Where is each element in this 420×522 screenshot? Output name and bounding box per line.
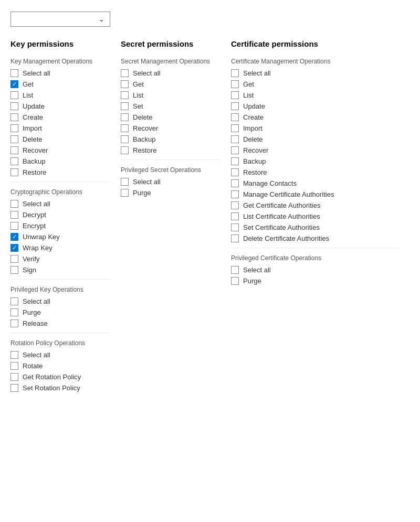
checkbox-cm-selectall[interactable] [231, 69, 239, 77]
checkbox-item-cm-deleteca[interactable]: Delete Certificate Authorities [231, 235, 399, 242]
checkbox-cr-encrypt[interactable] [10, 222, 18, 230]
checkbox-cm-get[interactable] [231, 80, 239, 88]
checkbox-item-km-restore[interactable]: Restore [10, 168, 110, 176]
checkbox-cm-setca[interactable] [231, 223, 239, 231]
checkbox-item-km-delete[interactable]: Delete [10, 135, 110, 143]
checkbox-item-sm-list[interactable]: List [121, 91, 220, 99]
checkbox-cm-backup[interactable] [231, 157, 239, 165]
checkbox-cm-getca[interactable] [231, 201, 239, 209]
checkbox-cr-decrypt[interactable] [10, 211, 18, 219]
checkbox-item-pk-purge[interactable]: Purge [10, 308, 110, 316]
checkbox-item-cr-encrypt[interactable]: Encrypt [10, 222, 110, 230]
checkbox-item-pc-selectall[interactable]: Select all [231, 266, 399, 274]
checkbox-cm-import[interactable] [231, 124, 239, 132]
template-dropdown[interactable]: ⌄ [10, 12, 110, 27]
checkbox-km-recover[interactable] [10, 146, 18, 154]
checkbox-item-km-list[interactable]: List [10, 91, 110, 99]
checkbox-item-pc-purge[interactable]: Purge [231, 277, 399, 285]
checkbox-cm-managecontacts[interactable] [231, 179, 239, 187]
checkbox-item-cr-decrypt[interactable]: Decrypt [10, 211, 110, 219]
checkbox-sm-list[interactable] [121, 91, 129, 99]
checkbox-item-cr-verify[interactable]: Verify [10, 255, 110, 263]
checkbox-item-cm-restore[interactable]: Restore [231, 168, 399, 176]
checkbox-item-ps-purge[interactable]: Purge [121, 189, 220, 197]
checkbox-item-pk-selectall[interactable]: Select all [10, 297, 110, 305]
checkbox-item-km-import[interactable]: Import [10, 124, 110, 132]
checkbox-item-cm-create[interactable]: Create [231, 113, 399, 121]
checkbox-km-selectall[interactable] [10, 69, 18, 77]
checkbox-cm-manageca[interactable] [231, 190, 239, 198]
checkbox-item-sm-delete[interactable]: Delete [121, 113, 220, 121]
checkbox-km-import[interactable] [10, 124, 18, 132]
checkbox-cm-listca[interactable] [231, 212, 239, 220]
checkbox-pc-selectall[interactable] [231, 266, 239, 274]
checkbox-cm-restore[interactable] [231, 168, 239, 176]
checkbox-km-create[interactable] [10, 113, 18, 121]
checkbox-item-cm-managecontacts[interactable]: Manage Contacts [231, 179, 399, 187]
checkbox-cr-unwrapkey[interactable] [10, 233, 18, 241]
checkbox-item-rp-getpolicy[interactable]: Get Rotation Policy [10, 373, 110, 381]
checkbox-item-sm-backup[interactable]: Backup [121, 135, 220, 143]
checkbox-ps-selectall[interactable] [121, 178, 129, 186]
checkbox-cr-selectall[interactable] [10, 200, 18, 208]
checkbox-item-km-selectall[interactable]: Select all [10, 69, 110, 77]
checkbox-item-cm-import[interactable]: Import [231, 124, 399, 132]
checkbox-item-km-backup[interactable]: Backup [10, 157, 110, 165]
checkbox-item-cm-manageca[interactable]: Manage Certificate Authorities [231, 190, 399, 198]
checkbox-rp-selectall[interactable] [10, 351, 18, 359]
checkbox-item-cm-getca[interactable]: Get Certificate Authorities [231, 201, 399, 209]
checkbox-item-km-recover[interactable]: Recover [10, 146, 110, 154]
checkbox-item-cm-setca[interactable]: Set Certificate Authorities [231, 223, 399, 231]
checkbox-item-cr-wrapkey[interactable]: Wrap Key [10, 244, 110, 252]
checkbox-item-ps-selectall[interactable]: Select all [121, 178, 220, 186]
checkbox-item-km-update[interactable]: Update [10, 102, 110, 110]
checkbox-item-pk-release[interactable]: Release [10, 319, 110, 327]
checkbox-rp-getpolicy[interactable] [10, 373, 18, 381]
checkbox-item-cm-backup[interactable]: Backup [231, 157, 399, 165]
checkbox-sm-restore[interactable] [121, 146, 129, 154]
checkbox-pk-purge[interactable] [10, 308, 18, 316]
checkbox-sm-backup[interactable] [121, 135, 129, 143]
checkbox-km-get[interactable] [10, 80, 18, 88]
checkbox-cm-update[interactable] [231, 102, 239, 110]
checkbox-cr-wrapkey[interactable] [10, 244, 18, 252]
checkbox-cm-deleteca[interactable] [231, 235, 239, 242]
checkbox-cm-recover[interactable] [231, 146, 239, 154]
checkbox-item-cr-sign[interactable]: Sign [10, 266, 110, 274]
checkbox-item-cm-list[interactable]: List [231, 91, 399, 99]
checkbox-item-sm-get[interactable]: Get [121, 80, 220, 88]
checkbox-item-sm-restore[interactable]: Restore [121, 146, 220, 154]
checkbox-item-cr-selectall[interactable]: Select all [10, 200, 110, 208]
checkbox-item-cm-listca[interactable]: List Certificate Authorities [231, 212, 399, 220]
checkbox-item-cm-selectall[interactable]: Select all [231, 69, 399, 77]
checkbox-sm-get[interactable] [121, 80, 129, 88]
checkbox-item-km-get[interactable]: Get [10, 80, 110, 88]
checkbox-item-rp-selectall[interactable]: Select all [10, 351, 110, 359]
checkbox-cr-sign[interactable] [10, 266, 18, 274]
checkbox-cm-create[interactable] [231, 113, 239, 121]
checkbox-ps-purge[interactable] [121, 189, 129, 197]
checkbox-km-backup[interactable] [10, 157, 18, 165]
checkbox-item-sm-selectall[interactable]: Select all [121, 69, 220, 77]
checkbox-km-update[interactable] [10, 102, 18, 110]
checkbox-km-restore[interactable] [10, 168, 18, 176]
checkbox-rp-rotate[interactable] [10, 362, 18, 370]
checkbox-rp-setpolicy[interactable] [10, 384, 18, 392]
checkbox-item-cm-update[interactable]: Update [231, 102, 399, 110]
checkbox-sm-delete[interactable] [121, 113, 129, 121]
checkbox-km-delete[interactable] [10, 135, 18, 143]
checkbox-item-sm-recover[interactable]: Recover [121, 124, 220, 132]
checkbox-item-rp-setpolicy[interactable]: Set Rotation Policy [10, 384, 110, 392]
checkbox-pk-selectall[interactable] [10, 297, 18, 305]
checkbox-sm-set[interactable] [121, 102, 129, 110]
checkbox-sm-selectall[interactable] [121, 69, 129, 77]
checkbox-sm-recover[interactable] [121, 124, 129, 132]
checkbox-item-cm-recover[interactable]: Recover [231, 146, 399, 154]
checkbox-item-cr-unwrapkey[interactable]: Unwrap Key [10, 233, 110, 241]
checkbox-pc-purge[interactable] [231, 277, 239, 285]
checkbox-cm-list[interactable] [231, 91, 239, 99]
checkbox-cm-delete[interactable] [231, 135, 239, 143]
checkbox-km-list[interactable] [10, 91, 18, 99]
checkbox-item-rp-rotate[interactable]: Rotate [10, 362, 110, 370]
checkbox-item-cm-delete[interactable]: Delete [231, 135, 399, 143]
